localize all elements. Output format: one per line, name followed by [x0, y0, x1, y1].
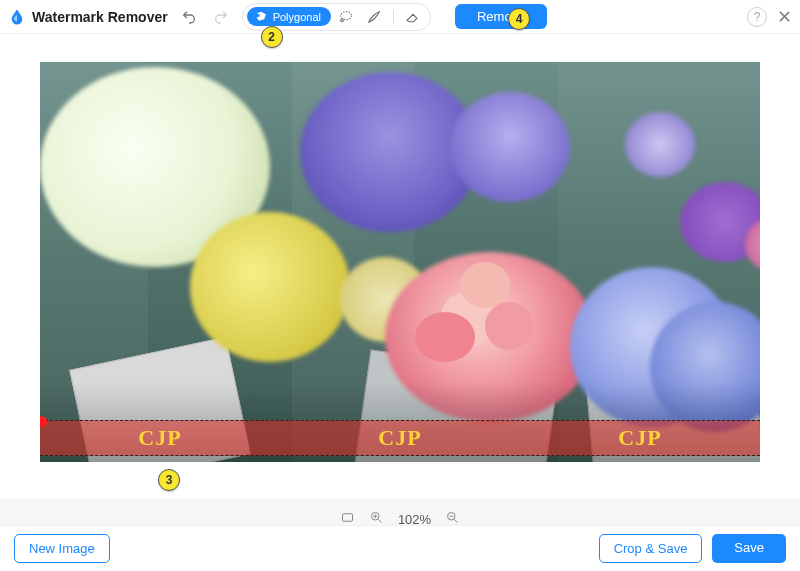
new-image-button[interactable]: New Image: [14, 534, 110, 563]
crop-save-label: Crop & Save: [614, 541, 688, 556]
svg-point-0: [341, 11, 352, 19]
close-icon: ✕: [777, 7, 792, 27]
canvas-area: CJP CJP CJP 3 102%: [0, 34, 800, 494]
polygonal-tool-button[interactable]: Polygonal: [247, 7, 331, 26]
separator: [393, 10, 394, 24]
annotation-badge-2: 2: [261, 26, 283, 48]
undo-button[interactable]: [178, 6, 200, 28]
footer-bar: New Image Crop & Save Save: [0, 525, 800, 571]
save-button[interactable]: Save: [712, 534, 786, 563]
help-icon: ?: [754, 10, 761, 24]
new-image-label: New Image: [29, 541, 95, 556]
annotation-badge-3: 3: [158, 469, 180, 491]
zoom-out-icon: [445, 510, 460, 525]
brush-tool-button[interactable]: [361, 6, 387, 28]
selection-handle[interactable]: [40, 416, 47, 427]
brush-icon: [366, 9, 382, 25]
svg-point-1: [341, 19, 344, 22]
fit-icon: [340, 510, 355, 525]
window-controls: ? ✕: [747, 6, 792, 28]
eraser-tool-button[interactable]: [400, 6, 426, 28]
droplet-logo-icon: [8, 8, 26, 26]
remove-button[interactable]: Remove: [455, 4, 547, 29]
crop-save-button[interactable]: Crop & Save: [599, 534, 703, 563]
undo-arrow-icon: [181, 9, 197, 25]
eraser-icon: [405, 9, 421, 25]
annotation-badge-4: 4: [508, 8, 530, 30]
help-button[interactable]: ?: [747, 7, 767, 27]
watermark-text: CJP: [138, 425, 181, 451]
zoom-in-icon: [369, 510, 384, 525]
redo-arrow-icon: [213, 9, 229, 25]
lasso-tool-button[interactable]: [333, 6, 359, 28]
redo-button[interactable]: [210, 6, 232, 28]
polygonal-tool-label: Polygonal: [273, 11, 321, 23]
polygonal-lasso-icon: [255, 10, 268, 23]
close-window-button[interactable]: ✕: [777, 6, 792, 28]
save-label: Save: [734, 540, 764, 555]
watermark-text: CJP: [618, 425, 661, 451]
app-logo-title: Watermark Remover: [8, 8, 168, 26]
image-canvas[interactable]: CJP CJP CJP: [40, 62, 760, 462]
lasso-icon: [338, 9, 354, 25]
top-toolbar: Watermark Remover Polygonal 2 Remove 4 ?: [0, 0, 800, 34]
svg-rect-2: [342, 514, 352, 522]
app-title: Watermark Remover: [32, 9, 168, 25]
selection-tools-group: Polygonal 2: [242, 3, 431, 31]
watermark-selection[interactable]: CJP CJP CJP: [40, 420, 760, 456]
watermark-text: CJP: [378, 425, 421, 451]
